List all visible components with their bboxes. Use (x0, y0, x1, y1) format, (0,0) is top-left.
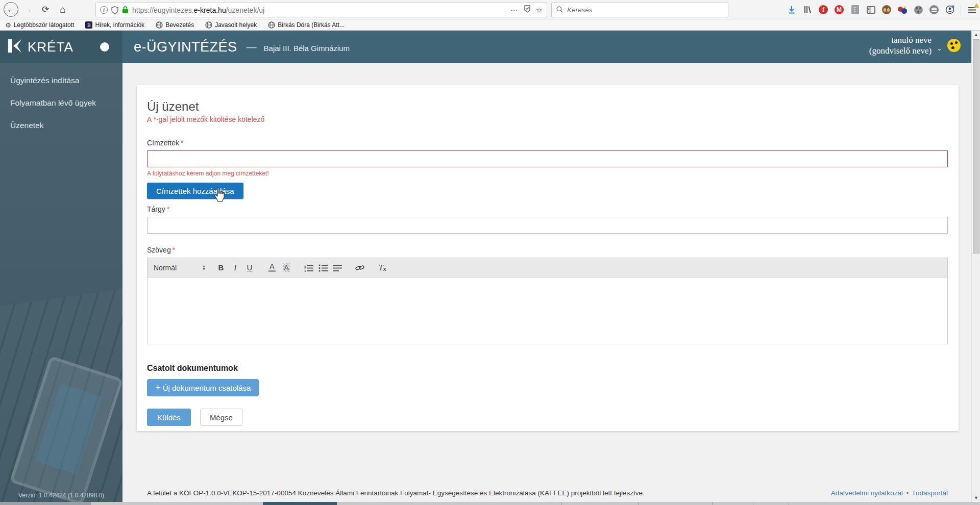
news-favicon: B (85, 21, 92, 29)
privacy-policy-link[interactable]: Adatvédelmi nyilatkozat (831, 489, 903, 497)
institution-name: Bajai III. Béla Gimnázium (264, 42, 350, 53)
url-text: https://eugyintezes.e-kreta.hu/uzenetek/… (132, 6, 510, 14)
bookmark-bevezetes[interactable]: Bevezetés (156, 21, 194, 29)
cancel-button[interactable]: Mégse (200, 409, 242, 426)
gear-icon: ⚙ (5, 21, 11, 29)
scroll-down-arrow[interactable]: ▼ (972, 494, 980, 502)
ordered-list-button[interactable]: 123 (302, 261, 316, 274)
align-button[interactable] (330, 261, 345, 274)
user-menu[interactable]: tanuló neve (gondviselő neve) ⌄ (869, 35, 961, 57)
main-content: Új üzenet A *-gal jelölt mezők kitöltése… (122, 63, 971, 502)
sidebar-collapse-dot[interactable] (100, 42, 109, 52)
rich-text-editor: Normál ▲▼ B I U A A 123 Tx (147, 258, 948, 344)
tampermonkey-icon[interactable] (881, 5, 892, 15)
text-color-button[interactable]: A (265, 261, 279, 274)
page-actions-icon[interactable]: ⋯ (510, 6, 519, 15)
new-message-card: Új üzenet A *-gal jelölt mezők kitöltése… (137, 85, 959, 431)
zip-extension-icon[interactable] (850, 5, 860, 15)
menu-icon[interactable] (967, 5, 977, 15)
tracking-shield-icon[interactable] (111, 6, 118, 14)
page-title: Új üzenet (147, 99, 948, 114)
lock-icon[interactable] (122, 6, 129, 14)
download-icon[interactable] (787, 5, 797, 15)
subject-label: Tárgy* (147, 205, 948, 213)
bullet-list-button[interactable] (316, 261, 330, 274)
globe-icon (156, 21, 163, 29)
avatar[interactable] (947, 39, 961, 52)
brand-block[interactable]: KRÉTA (0, 31, 122, 63)
format-select[interactable]: Normál ▲▼ (154, 264, 214, 272)
home-button[interactable]: ⌂ (55, 2, 70, 17)
library-icon[interactable] (802, 5, 813, 15)
app-title-block: e-ÜGYINTÉZÉS — Bajai III. Béla Gimnázium (134, 31, 350, 63)
underline-button[interactable]: U (242, 261, 257, 274)
kreta-logo-icon (7, 38, 22, 56)
footer-links-separator: • (906, 489, 909, 497)
scrollbar-thumb[interactable] (973, 39, 979, 254)
italic-button[interactable]: I (228, 261, 242, 274)
scroll-up-arrow[interactable]: ▲ (972, 31, 980, 39)
bookmark-most-visited[interactable]: ⚙ Legtöbbször látogatott (5, 21, 74, 29)
page-scrollbar[interactable]: ▲ ▼ (971, 31, 980, 502)
attach-document-button[interactable]: + Új dokumentum csatolása (147, 379, 259, 396)
sidebar-toggle-icon[interactable] (866, 5, 876, 15)
required-fields-note: A *-gal jelölt mezők kitöltése kötelező (147, 115, 948, 123)
brand-name: KRÉTA (28, 39, 74, 55)
sidebar-background-photo (0, 303, 122, 502)
send-button[interactable]: Küldés (147, 409, 191, 426)
reload-button[interactable]: ⟳ (38, 2, 53, 17)
bookmark-news[interactable]: B Hírek, információk (85, 21, 144, 29)
sidebar-item-ugyintezes-inditasa[interactable]: Ügyintézés indítása (0, 69, 122, 92)
clear-format-button[interactable]: Tx (375, 261, 389, 274)
editor-toolbar: Normál ▲▼ B I U A A 123 Tx (148, 258, 947, 277)
bookmark-star-icon[interactable]: ☆ (536, 6, 543, 15)
version-label: Verzió: 1.0.42424 (1.0.42898.0) (0, 492, 122, 499)
svg-text:3: 3 (304, 269, 306, 272)
user-name: tanuló neve (gondviselő neve) (869, 35, 932, 57)
page-footer: A felület a KÖFOP-1.0.0-VEKOP-15-2017-00… (122, 489, 971, 497)
recipients-input[interactable] (147, 150, 948, 167)
back-button[interactable]: ← (4, 2, 18, 17)
search-input[interactable] (567, 6, 723, 14)
proxy-balls-icon[interactable] (897, 5, 908, 15)
recipients-label: Címzettek* (147, 139, 948, 147)
add-recipients-button[interactable]: Címzettek hozzáadása (147, 183, 243, 199)
chevron-down-icon: ⌄ (937, 39, 942, 52)
globe-icon (205, 21, 212, 29)
search-bar[interactable] (551, 3, 728, 17)
bookmarks-bar: ⚙ Legtöbbször látogatott B Hírek, inform… (0, 20, 980, 31)
browser-toolbar: ← → ⟳ ⌂ i https://eugyintezes.e-kreta.hu… (0, 0, 980, 19)
facebook-extension-icon[interactable]: f (818, 5, 828, 15)
title-separator: — (247, 41, 257, 53)
globe-icon (268, 21, 275, 29)
page-info-icon[interactable]: i (100, 6, 108, 14)
bold-button[interactable]: B (214, 261, 228, 274)
app-header: KRÉTA e-ÜGYINTÉZÉS — Bajai III. Béla Gim… (0, 31, 980, 63)
updown-arrows-icon: ▲▼ (202, 265, 206, 270)
knowledge-portal-link[interactable]: Tudásportál (912, 489, 948, 497)
account-icon[interactable] (945, 5, 955, 15)
highlight-color-button[interactable]: A (279, 261, 293, 274)
subject-input[interactable] (147, 217, 948, 234)
sidebar-item-uzenetek[interactable]: Üzenetek (0, 114, 122, 137)
recipients-error: A folytatáshoz kérem adjon meg címzettek… (147, 170, 948, 177)
toolbar-extension-icons: f M (787, 0, 977, 19)
attachments-heading: Csatolt dokumentumok (147, 364, 948, 373)
search-icon (556, 6, 563, 15)
link-button[interactable] (353, 261, 367, 274)
mega-extension-icon[interactable]: M (834, 5, 844, 15)
url-bar[interactable]: i https://eugyintezes.e-kreta.hu/uzenete… (95, 3, 547, 17)
body-label: Szöveg* (147, 246, 948, 254)
pocket-shield-icon[interactable] (524, 5, 531, 15)
bookmark-javasolt-helyek[interactable]: Javasolt helyek (205, 21, 257, 29)
bookmark-birkas-dora[interactable]: Birkás Dóra (Birkás Att... (268, 21, 345, 29)
forward-button[interactable]: → (20, 2, 36, 17)
taskbar-sliver (0, 502, 980, 505)
body-textarea[interactable] (148, 277, 947, 344)
video-helper-icon[interactable] (913, 5, 923, 15)
sidebar-item-folyamatban-levo-ugyek[interactable]: Folyamatban lévő ügyek (0, 92, 122, 114)
footer-project-text: A felület a KÖFOP-1.0.0-VEKOP-15-2017-00… (147, 489, 645, 497)
page-app-title: e-ÜGYINTÉZÉS (134, 39, 237, 55)
stripes-circle-icon[interactable] (929, 5, 939, 15)
sidebar: Ügyintézés indítása Folyamatban lévő ügy… (0, 63, 122, 502)
